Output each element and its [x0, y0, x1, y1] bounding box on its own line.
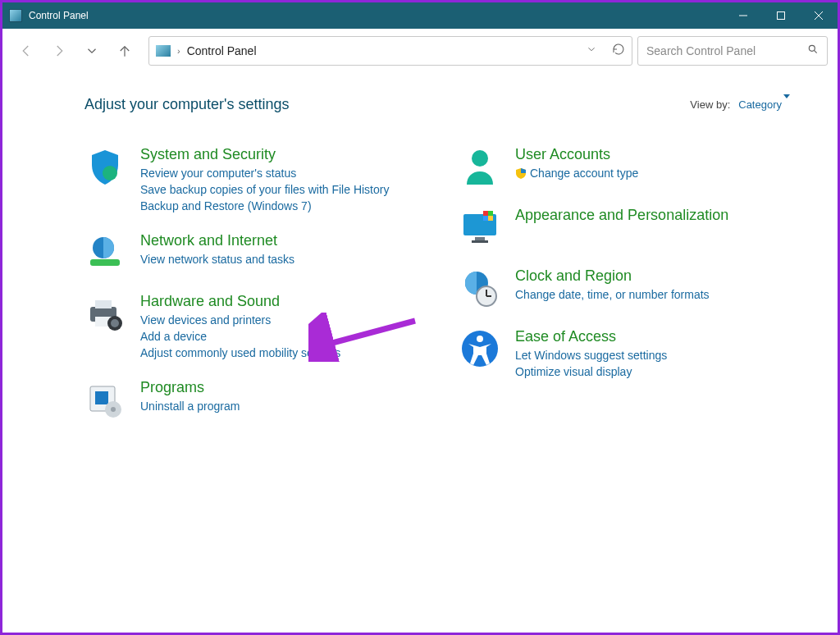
page-title: Adjust your computer's settings: [84, 96, 290, 113]
svg-rect-9: [90, 259, 120, 266]
category-title[interactable]: Ease of Access: [515, 328, 815, 345]
svg-rect-21: [475, 237, 485, 240]
back-button[interactable]: [12, 37, 40, 65]
svg-line-6: [814, 50, 816, 53]
category-title[interactable]: Programs: [140, 379, 440, 396]
up-button[interactable]: [111, 37, 139, 65]
item-network-internet: Network and Internet View network status…: [84, 232, 440, 273]
right-column: User Accounts Change account type: [459, 146, 815, 440]
category-link[interactable]: View network status and tasks: [140, 253, 440, 266]
svg-point-18: [111, 407, 116, 412]
maximize-button[interactable]: [762, 2, 800, 29]
view-by-label: View by:: [690, 98, 730, 111]
programs-icon: [84, 379, 126, 420]
breadcrumb-sep-icon: ›: [177, 46, 180, 56]
address-history-dropdown[interactable]: [586, 43, 597, 58]
address-icon: [156, 45, 171, 57]
category-link[interactable]: Add a device: [140, 330, 440, 343]
category-link[interactable]: Change account type: [515, 167, 815, 180]
accessibility-icon: [459, 328, 500, 369]
svg-rect-25: [483, 216, 488, 221]
svg-point-7: [103, 166, 117, 180]
refresh-button[interactable]: [612, 43, 625, 59]
category-link[interactable]: Let Windows suggest settings: [515, 349, 815, 362]
search-bar[interactable]: [637, 36, 828, 66]
forward-button[interactable]: [45, 37, 73, 65]
category-title[interactable]: User Accounts: [515, 146, 815, 163]
category-link[interactable]: View devices and printers: [140, 313, 440, 327]
svg-rect-24: [488, 211, 493, 216]
monitor-icon: [459, 207, 500, 248]
item-appearance-personalization: Appearance and Personalization: [459, 207, 815, 248]
item-system-security: System and Security Review your computer…: [84, 146, 440, 212]
clock-globe-icon: [459, 267, 500, 308]
caret-down-icon: [783, 94, 790, 111]
item-user-accounts: User Accounts Change account type: [459, 146, 815, 187]
svg-point-14: [111, 319, 119, 327]
search-icon[interactable]: [807, 43, 819, 58]
category-link[interactable]: Adjust commonly used mobility settings: [140, 346, 440, 359]
person-icon: [459, 146, 500, 187]
shield-icon: [84, 146, 126, 187]
svg-point-19: [472, 150, 488, 167]
search-input[interactable]: [646, 44, 807, 57]
svg-rect-22: [472, 240, 488, 243]
item-clock-region: Clock and Region Change date, time, or n…: [459, 267, 815, 308]
category-link[interactable]: Change date, time, or number formats: [515, 288, 815, 301]
svg-rect-16: [95, 391, 108, 404]
svg-rect-23: [483, 211, 488, 216]
svg-rect-1: [778, 12, 785, 20]
category-title[interactable]: Appearance and Personalization: [515, 207, 815, 224]
category-link[interactable]: Backup and Restore (Windows 7): [140, 199, 440, 212]
window-title: Control Panel: [29, 10, 89, 21]
app-icon: [9, 9, 22, 22]
svg-rect-26: [488, 216, 493, 221]
category-link[interactable]: Save backup copies of your files with Fi…: [140, 183, 440, 196]
network-icon: [84, 232, 126, 273]
address-bar[interactable]: › Control Panel: [148, 36, 632, 66]
category-link[interactable]: Uninstall a program: [140, 400, 440, 413]
svg-point-32: [477, 336, 483, 342]
category-title[interactable]: Clock and Region: [515, 267, 815, 285]
item-hardware-sound: Hardware and Sound View devices and prin…: [84, 293, 440, 359]
item-programs: Programs Uninstall a program: [84, 379, 440, 420]
minimize-button[interactable]: [724, 2, 762, 29]
titlebar: Control Panel: [2, 2, 838, 29]
breadcrumb-current[interactable]: Control Panel: [187, 44, 257, 57]
category-link[interactable]: Optimize visual display: [515, 365, 815, 378]
view-by-value[interactable]: Category: [738, 98, 790, 111]
view-by: View by: Category: [690, 98, 790, 111]
category-link[interactable]: Review your computer's status: [140, 167, 440, 180]
svg-point-5: [809, 45, 815, 51]
recent-dropdown[interactable]: [78, 37, 106, 65]
category-title[interactable]: Network and Internet: [140, 232, 440, 249]
category-title[interactable]: System and Security: [140, 146, 440, 163]
close-button[interactable]: [800, 2, 838, 29]
left-column: System and Security Review your computer…: [84, 146, 440, 440]
uac-shield-icon: [515, 167, 527, 179]
category-title[interactable]: Hardware and Sound: [140, 293, 440, 310]
item-ease-of-access: Ease of Access Let Windows suggest setti…: [459, 328, 815, 378]
content-area: Adjust your computer's settings View by:…: [2, 73, 838, 440]
printer-icon: [84, 293, 126, 334]
svg-rect-11: [95, 300, 112, 308]
nav-row: › Control Panel: [2, 29, 838, 73]
